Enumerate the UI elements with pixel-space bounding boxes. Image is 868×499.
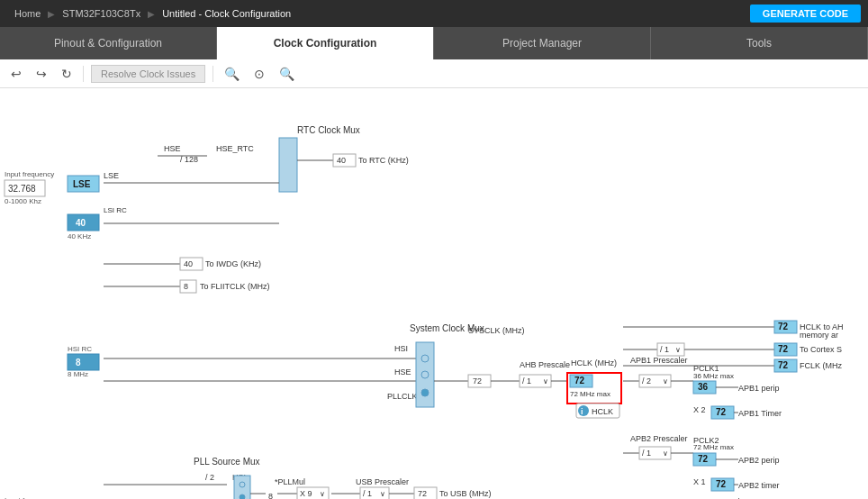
generate-code-button[interactable]: GENERATE CODE xyxy=(750,5,861,23)
svg-text:PLLCLK: PLLCLK xyxy=(387,392,418,401)
svg-text:36: 36 xyxy=(698,382,709,392)
svg-text:HSE: HSE xyxy=(164,144,181,153)
svg-text:∨: ∨ xyxy=(675,346,681,354)
undo-button[interactable]: ↩ xyxy=(7,65,25,83)
svg-text:USB Prescaler: USB Prescaler xyxy=(356,477,409,486)
svg-text:Input frequency: Input frequency xyxy=(5,170,54,178)
svg-text:/ 128: / 128 xyxy=(180,155,198,164)
svg-text:FCLK (MHz: FCLK (MHz xyxy=(800,361,842,370)
svg-text:HSE: HSE xyxy=(394,367,411,377)
svg-text:∨: ∨ xyxy=(663,449,668,458)
resolve-clock-button[interactable]: Resolve Clock Issues xyxy=(91,65,205,83)
svg-text:40 KHz: 40 KHz xyxy=(68,232,91,240)
clock-diagram-svg: RTC Clock Mux HSE / 128 HSE_RTC 40 To RT… xyxy=(0,88,868,499)
svg-text:LSE: LSE xyxy=(73,179,91,189)
svg-point-30 xyxy=(421,389,429,396)
svg-rect-27 xyxy=(416,342,434,407)
svg-text:To FLIITCLK (MHz): To FLIITCLK (MHz) xyxy=(200,282,270,291)
svg-text:APB2 perip: APB2 perip xyxy=(738,456,780,465)
svg-text:72: 72 xyxy=(418,489,427,498)
svg-text:LSE: LSE xyxy=(104,171,119,180)
svg-text:memory ar: memory ar xyxy=(800,331,838,340)
redo-button[interactable]: ↪ xyxy=(32,65,50,83)
zoom-reset-button[interactable]: ⊙ xyxy=(250,65,268,83)
svg-text:36 MHz max: 36 MHz max xyxy=(693,372,734,380)
svg-text:To IWDG (KHz): To IWDG (KHz) xyxy=(205,259,261,268)
svg-text:HCLK: HCLK xyxy=(592,407,613,416)
svg-text:8 MHz: 8 MHz xyxy=(68,370,88,378)
breadcrumb-current[interactable]: Untitled - Clock Configuration xyxy=(155,0,298,27)
svg-text:SYSCLK (MHz): SYSCLK (MHz) xyxy=(468,326,525,335)
svg-text:/ 2: / 2 xyxy=(205,473,214,482)
svg-text:To USB (MHz): To USB (MHz) xyxy=(439,489,492,498)
svg-text:X 9: X 9 xyxy=(300,489,312,498)
tab-tools[interactable]: Tools xyxy=(651,27,868,59)
svg-text:72: 72 xyxy=(716,479,727,489)
svg-text:HSE_RTC: HSE_RTC xyxy=(216,144,254,153)
rtc-clock-mux-label: RTC Clock Mux xyxy=(297,125,360,135)
svg-text:HSI RC: HSI RC xyxy=(68,345,92,353)
refresh-button[interactable]: ↻ xyxy=(58,65,76,83)
svg-text:HCLK (MHz): HCLK (MHz) xyxy=(571,358,617,367)
top-nav: Home ▶ STM32F103C8Tx ▶ Untitled - Clock … xyxy=(0,0,868,27)
toolbar-separator xyxy=(83,66,84,82)
svg-text:HSI: HSI xyxy=(394,344,408,353)
svg-text:APB1 perip: APB1 perip xyxy=(738,384,780,393)
tab-project[interactable]: Project Manager xyxy=(434,27,651,59)
tab-bar: Pinout & Configuration Clock Configurati… xyxy=(0,27,868,59)
svg-text:∨: ∨ xyxy=(320,490,325,498)
svg-text:*PLLMul: *PLLMul xyxy=(275,477,305,486)
svg-text:/ 1: / 1 xyxy=(522,377,531,386)
svg-text:72: 72 xyxy=(778,344,789,354)
breadcrumb-arrow-2: ▶ xyxy=(148,9,155,19)
svg-text:72 MHz max: 72 MHz max xyxy=(570,390,610,398)
svg-text:APB2 Prescaler: APB2 Prescaler xyxy=(630,434,688,443)
svg-text:72: 72 xyxy=(716,407,727,417)
svg-text:X 2: X 2 xyxy=(693,405,706,414)
svg-text:APB1 Prescaler: APB1 Prescaler xyxy=(630,356,688,365)
breadcrumb-arrow-1: ▶ xyxy=(48,9,55,19)
svg-text:8: 8 xyxy=(76,358,81,367)
breadcrumb-home[interactable]: Home xyxy=(7,0,48,27)
svg-text:8: 8 xyxy=(184,282,188,291)
svg-text:72: 72 xyxy=(778,322,789,331)
toolbar-separator-2 xyxy=(212,66,213,82)
svg-text:X 1: X 1 xyxy=(693,477,706,486)
svg-text:i: i xyxy=(581,407,583,416)
svg-text:/ 1: / 1 xyxy=(660,345,669,354)
svg-text:To RTC (KHz): To RTC (KHz) xyxy=(358,156,409,165)
svg-text:0-1000 Khz: 0-1000 Khz xyxy=(5,197,41,205)
svg-text:72: 72 xyxy=(574,376,585,386)
zoom-out-button[interactable]: 🔍 xyxy=(276,65,298,83)
svg-text:∨: ∨ xyxy=(663,377,668,386)
svg-rect-139 xyxy=(68,354,99,370)
svg-text:∨: ∨ xyxy=(543,377,548,386)
svg-text:PLL Source Mux: PLL Source Mux xyxy=(194,457,260,467)
svg-text:32.768: 32.768 xyxy=(8,184,36,194)
breadcrumb-stm[interactable]: STM32F103C8Tx xyxy=(55,0,148,27)
svg-text:72 MHz max: 72 MHz max xyxy=(693,443,734,451)
toolbar: ↩ ↪ ↻ Resolve Clock Issues 🔍 ⊙ 🔍 xyxy=(0,59,868,88)
svg-rect-3 xyxy=(279,138,297,192)
zoom-in-button[interactable]: 🔍 xyxy=(221,65,243,83)
svg-text:8: 8 xyxy=(268,492,273,499)
svg-text:/ 1: / 1 xyxy=(363,489,372,498)
svg-text:To Cortex S: To Cortex S xyxy=(800,345,842,354)
tab-clock[interactable]: Clock Configuration xyxy=(217,27,434,59)
svg-text:40: 40 xyxy=(184,259,193,268)
svg-text:/ 1: / 1 xyxy=(642,449,651,458)
svg-text:72: 72 xyxy=(698,454,709,464)
svg-text:40: 40 xyxy=(337,156,346,165)
svg-text:AHB Prescale: AHB Prescale xyxy=(520,360,570,369)
svg-text:∨: ∨ xyxy=(380,490,385,498)
svg-text:72: 72 xyxy=(778,360,789,370)
svg-text:/ 2: / 2 xyxy=(642,377,651,386)
svg-text:LSI RC: LSI RC xyxy=(104,206,127,214)
svg-text:APB2 timer: APB2 timer xyxy=(738,481,780,490)
svg-text:40: 40 xyxy=(76,218,86,228)
svg-point-47 xyxy=(578,405,589,416)
clock-diagram-area: RTC Clock Mux HSE / 128 HSE_RTC 40 To RT… xyxy=(0,88,868,499)
svg-text:72: 72 xyxy=(473,377,482,386)
svg-text:APB1 Timer: APB1 Timer xyxy=(738,409,782,418)
tab-pinout[interactable]: Pinout & Configuration xyxy=(0,27,217,59)
